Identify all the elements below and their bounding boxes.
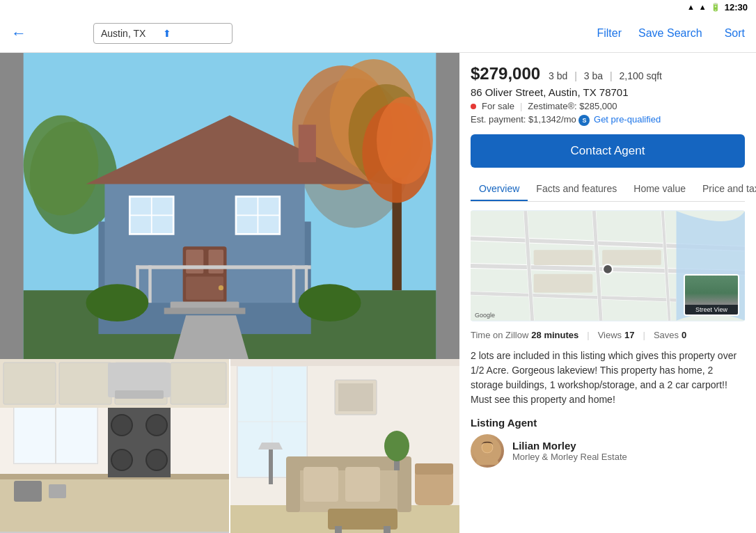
property-map[interactable]: Street View Google — [471, 210, 745, 321]
tab-price-tax-label: Price and tax his — [702, 183, 756, 194]
svg-rect-74 — [415, 463, 453, 475]
svg-rect-62 — [230, 359, 459, 366]
svg-rect-21 — [186, 276, 223, 299]
tab-overview[interactable]: Overview — [471, 177, 528, 201]
views-stat: Views 17 — [598, 330, 635, 340]
sqft: 2,100 sqft — [619, 70, 662, 81]
search-value: Austin, TX — [101, 28, 163, 39]
kitchen-image[interactable] — [0, 359, 230, 533]
svg-rect-28 — [292, 265, 295, 303]
svg-rect-42 — [59, 363, 111, 404]
listing-agent-label: Listing Agent — [471, 417, 745, 429]
svg-rect-67 — [397, 463, 411, 512]
filter-button[interactable]: Filter — [597, 27, 622, 40]
status-row: For sale | Zestimate®: $285,000 — [471, 101, 745, 111]
agent-name: Lilian Morley — [512, 440, 627, 452]
tab-price-tax[interactable]: Price and tax his — [694, 177, 756, 201]
time-on-zillow-value: 28 minutes — [531, 330, 578, 340]
street-view-thumbnail[interactable]: Street View — [684, 274, 739, 316]
property-description: 2 lots are included in this listing whic… — [471, 349, 745, 407]
main-property-image[interactable] — [0, 53, 459, 359]
app-header: ← Austin, TX ⬆ Filter Save Search Sort — [0, 14, 756, 53]
main-content: $279,000 3 bd | 3 ba | 2,100 sqft 86 Oli… — [0, 53, 756, 533]
sep: | — [520, 101, 522, 111]
svg-rect-24 — [164, 308, 246, 314]
svg-rect-77 — [269, 450, 273, 484]
time-on-zillow-stat: Time on Zillow 28 minutes — [471, 330, 578, 340]
svg-rect-26 — [148, 265, 151, 303]
svg-rect-46 — [115, 390, 164, 399]
tab-home-value[interactable]: Home value — [625, 177, 694, 201]
svg-point-55 — [146, 450, 167, 470]
svg-rect-96 — [602, 250, 661, 265]
svg-rect-72 — [384, 526, 391, 533]
wifi-icon: ▲ — [687, 3, 695, 11]
sep1: | — [574, 70, 577, 81]
status-bar: ▲ ▲ 🔋 12:30 — [0, 0, 756, 14]
svg-rect-11 — [299, 125, 316, 162]
for-sale-label: For sale — [482, 101, 514, 111]
search-box[interactable]: Austin, TX ⬆ — [93, 23, 233, 44]
svg-rect-41 — [3, 363, 56, 404]
street-view-label: Street View — [685, 305, 738, 315]
stat-sep-2: | — [643, 330, 645, 340]
svg-point-52 — [111, 415, 132, 436]
views-label: Views — [598, 330, 622, 340]
svg-rect-50 — [49, 484, 66, 498]
agent-company: Morley & Morley Real Estate — [512, 452, 627, 462]
svg-point-97 — [603, 264, 613, 274]
est-payment-row: Est. payment: $1,1342/mo S Get pre-quali… — [471, 114, 745, 126]
street-view-image — [685, 276, 738, 305]
svg-rect-94 — [534, 250, 593, 265]
google-watermark: Google — [475, 312, 495, 319]
navigate-icon: ⬆ — [163, 28, 225, 39]
views-value: 17 — [624, 330, 634, 340]
svg-rect-20 — [208, 250, 223, 273]
est-payment-text: Est. payment: $1,1342/mo — [471, 114, 576, 125]
svg-rect-68 — [304, 467, 338, 502]
svg-rect-73 — [415, 470, 453, 505]
baths: 3 ba — [584, 70, 603, 81]
bottom-images — [0, 359, 459, 533]
header-actions: Filter Save Search Sort — [597, 27, 745, 40]
contact-agent-button[interactable]: Contact Agent — [471, 134, 745, 168]
stat-sep-1: | — [587, 330, 589, 340]
tab-facts[interactable]: Facts and features — [528, 177, 625, 201]
svg-point-30 — [86, 284, 148, 321]
prequalify-link[interactable]: Get pre-qualified — [594, 114, 661, 125]
price-row: $279,000 3 bd | 3 ba | 2,100 sqft — [471, 64, 745, 83]
for-sale-dot — [471, 104, 476, 109]
svg-marker-32 — [173, 315, 249, 359]
svg-point-6 — [24, 116, 99, 216]
svg-rect-66 — [286, 463, 300, 512]
clock: 12:30 — [725, 2, 748, 13]
svg-point-76 — [384, 431, 409, 461]
agent-row: Lilian Morley Morley & Morley Real Estat… — [471, 434, 745, 468]
agent-info: Lilian Morley Morley & Morley Real Estat… — [512, 440, 627, 462]
signal-icon: ▲ — [699, 3, 707, 11]
saves-value: 0 — [682, 330, 686, 340]
svg-rect-19 — [186, 250, 203, 273]
svg-rect-69 — [345, 467, 380, 502]
svg-point-54 — [111, 450, 132, 470]
zestimate: Zestimate®: $285,000 — [528, 101, 617, 111]
details-panel: $279,000 3 bd | 3 ba | 2,100 sqft 86 Oli… — [459, 53, 756, 533]
time-on-zillow-label: Time on Zillow — [471, 330, 528, 340]
svg-rect-49 — [14, 481, 42, 502]
svg-point-31 — [299, 284, 361, 321]
property-specs: 3 bd | 3 ba | 2,100 sqft — [549, 70, 662, 81]
agent-avatar — [471, 434, 504, 468]
images-panel — [0, 53, 459, 533]
save-search-button[interactable]: Save Search — [638, 27, 702, 40]
beds: 3 bd — [549, 70, 567, 81]
zillow-icon: S — [578, 115, 590, 126]
svg-rect-44 — [171, 363, 226, 404]
living-room-image[interactable] — [230, 359, 459, 533]
sort-button[interactable]: Sort — [725, 27, 745, 40]
svg-marker-78 — [258, 443, 283, 450]
svg-point-22 — [219, 285, 223, 290]
svg-point-53 — [146, 415, 167, 436]
stats-row: Time on Zillow 28 minutes | Views 17 | S… — [471, 330, 745, 340]
sep2: | — [610, 70, 613, 81]
back-button[interactable]: ← — [11, 24, 26, 42]
